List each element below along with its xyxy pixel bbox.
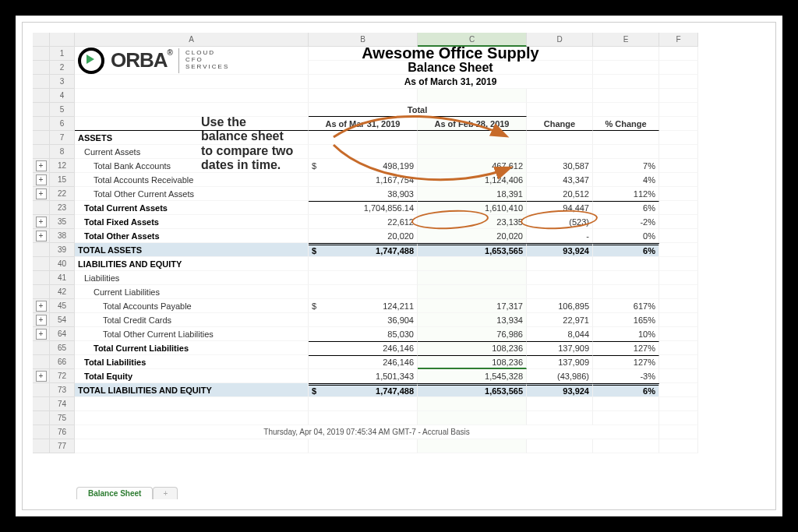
select-all-corner[interactable] xyxy=(33,33,50,47)
row-header[interactable]: 35 xyxy=(50,215,75,229)
logo-cell: ORBA® CLOUD CFO SERVICES xyxy=(75,47,309,75)
row-header[interactable]: 76 xyxy=(50,425,75,439)
gutter xyxy=(33,439,50,453)
cell-value: 43,347 xyxy=(527,173,593,187)
row-header[interactable]: 40 xyxy=(50,257,75,271)
expand-row-icon[interactable]: + xyxy=(36,160,47,171)
row-header[interactable]: 72 xyxy=(50,369,75,383)
expand-row-icon[interactable]: + xyxy=(36,371,47,382)
report-footer: Thursday, Apr 04, 2019 07:45:34 AM GMT-7… xyxy=(75,425,659,439)
cell-value: 20,512 xyxy=(527,187,593,201)
expand-row-icon[interactable]: + xyxy=(36,315,47,326)
row-header[interactable]: 1 xyxy=(50,47,75,61)
cell xyxy=(659,327,698,341)
row-header[interactable]: 38 xyxy=(50,229,75,243)
cell xyxy=(75,411,309,425)
row-header[interactable]: 2 xyxy=(50,61,75,75)
orba-tagline: CLOUD CFO SERVICES xyxy=(185,50,229,70)
sheet-tab[interactable]: Balance Sheet xyxy=(76,487,153,499)
cell-value: 85,030 xyxy=(309,327,418,341)
row-header[interactable]: 73 xyxy=(50,383,75,397)
cell-value: 10% xyxy=(593,327,659,341)
cell-value: 1,501,343 xyxy=(309,369,418,383)
cell-value: 18,391 xyxy=(418,187,527,201)
expand-row-icon[interactable]: + xyxy=(36,174,47,185)
row-header[interactable]: 75 xyxy=(50,411,75,425)
cell xyxy=(75,397,309,411)
row-header[interactable]: 4 xyxy=(50,89,75,103)
cell-value: -2% xyxy=(593,215,659,229)
cell-value: 17,317 xyxy=(418,299,527,313)
cell xyxy=(659,201,698,215)
row-header[interactable]: 3 xyxy=(50,75,75,89)
cell xyxy=(593,61,659,75)
gutter xyxy=(33,47,50,61)
cell xyxy=(659,439,698,453)
total-assets-label: TOTAL ASSETS xyxy=(75,243,309,257)
gutter xyxy=(33,131,50,145)
row-header[interactable]: 66 xyxy=(50,355,75,369)
cell xyxy=(659,355,698,369)
gutter: + xyxy=(33,313,50,327)
row-header[interactable]: 23 xyxy=(50,201,75,215)
cell-value: 6% xyxy=(593,201,659,215)
cell xyxy=(659,383,698,397)
row-header[interactable]: 65 xyxy=(50,341,75,355)
cell-value: 30,587 xyxy=(527,159,593,173)
sheet-tab-bar[interactable]: Balance Sheet + xyxy=(76,487,178,499)
col-header-E[interactable]: E xyxy=(593,33,659,47)
row-header[interactable]: 45 xyxy=(50,299,75,313)
row-header[interactable]: 41 xyxy=(50,271,75,285)
gutter xyxy=(33,411,50,425)
cell xyxy=(659,341,698,355)
col-e-header: % Change xyxy=(593,117,659,131)
orba-logo-icon xyxy=(78,48,104,74)
cell xyxy=(527,271,593,285)
cell xyxy=(659,61,698,75)
row-header[interactable]: 15 xyxy=(50,173,75,187)
row-header[interactable]: 42 xyxy=(50,285,75,299)
row-header[interactable]: 7 xyxy=(50,131,75,145)
cell-value: 4% xyxy=(593,173,659,187)
expand-row-icon[interactable]: + xyxy=(36,217,47,227)
row-header[interactable]: 22 xyxy=(50,187,75,201)
new-sheet-tab[interactable]: + xyxy=(153,487,178,499)
expand-row-icon[interactable]: + xyxy=(36,329,47,340)
report-subtitle: Balance Sheet xyxy=(309,61,593,75)
row-header[interactable]: 54 xyxy=(50,313,75,327)
expand-row-icon[interactable]: + xyxy=(36,301,47,312)
row-header[interactable]: 77 xyxy=(50,439,75,453)
cell xyxy=(593,257,659,271)
col-header-A[interactable]: A xyxy=(75,33,309,47)
cell xyxy=(527,285,593,299)
cell-value: 76,986 xyxy=(418,327,527,341)
row-header[interactable]: 64 xyxy=(50,327,75,341)
row-header[interactable]: 12 xyxy=(50,159,75,173)
row-header[interactable]: 6 xyxy=(50,117,75,131)
col-group-total: Total xyxy=(309,103,527,117)
row-label: Total Liabilities xyxy=(75,355,309,369)
cell xyxy=(418,257,527,271)
cell xyxy=(418,131,527,145)
row-header[interactable]: 39 xyxy=(50,243,75,257)
expand-row-icon[interactable]: + xyxy=(36,188,47,199)
cell xyxy=(527,257,593,271)
cell xyxy=(527,439,593,453)
cell-value: 108,236 xyxy=(418,341,527,355)
cell xyxy=(659,411,698,425)
expand-row-icon[interactable]: + xyxy=(36,231,47,241)
row-header[interactable]: 8 xyxy=(50,145,75,159)
row-label: Total Fixed Assets xyxy=(75,215,309,229)
cell xyxy=(593,411,659,425)
col-c-header: As of Feb 28, 2019 xyxy=(418,117,527,131)
total-assets-c: 1,653,565 xyxy=(418,243,527,257)
gutter: + xyxy=(33,327,50,341)
gutter: + xyxy=(33,187,50,201)
col-header-F[interactable]: F xyxy=(659,33,698,47)
cell xyxy=(659,187,698,201)
cell xyxy=(659,89,698,103)
cell-value: 1,704,856.14 xyxy=(309,201,418,215)
row-header[interactable]: 5 xyxy=(50,103,75,117)
row-header[interactable]: 74 xyxy=(50,397,75,411)
row-label: Total Current Assets xyxy=(75,201,309,215)
